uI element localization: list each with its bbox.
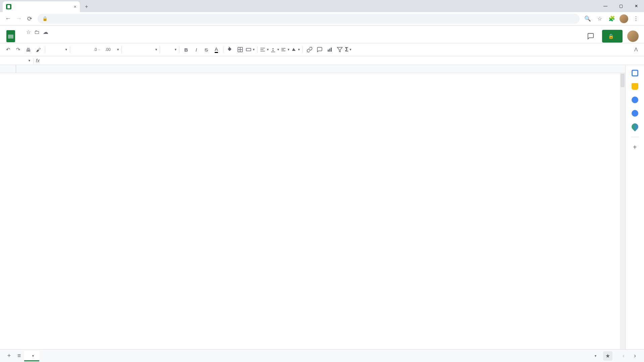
menu-insert[interactable] xyxy=(37,37,42,39)
chart-button[interactable] xyxy=(325,45,334,54)
menu-tools[interactable] xyxy=(53,37,58,39)
merge-dropdown[interactable]: ▼ xyxy=(246,47,255,53)
add-sheet-button[interactable]: + xyxy=(4,351,14,361)
sheet-nav-left[interactable]: ‹ xyxy=(619,351,629,361)
decrease-decimal-button[interactable]: .0 ← xyxy=(92,45,102,54)
spreadsheet-grid[interactable] xyxy=(0,65,625,349)
sheet-nav-right[interactable]: › xyxy=(630,351,640,361)
menu-addons[interactable] xyxy=(58,37,63,39)
formula-bar: ▼ fx xyxy=(0,56,644,65)
calendar-icon[interactable] xyxy=(632,70,638,76)
font-dropdown[interactable]: ▼ xyxy=(124,48,158,51)
toolbar: ↶ ↷ 🖶 🖌 ▼ .0 ← .00 ▼ ▼ ▼ B I S A xyxy=(0,43,644,56)
lock-icon: 🔒 xyxy=(42,16,48,21)
sheet-area: + xyxy=(0,65,644,349)
functions-dropdown[interactable]: Σ ▼ xyxy=(345,47,352,53)
zoom-indicator-icon[interactable]: 🔍 xyxy=(582,13,593,24)
browser-menu-icon[interactable]: ⋮ xyxy=(631,13,641,24)
account-avatar[interactable] xyxy=(627,31,639,42)
menu-view[interactable] xyxy=(32,37,36,39)
currency-button[interactable] xyxy=(72,45,82,54)
back-button[interactable]: ← xyxy=(3,13,13,24)
valign-dropdown[interactable]: ▼ xyxy=(270,47,280,53)
svg-rect-4 xyxy=(328,50,329,52)
move-icon[interactable]: 🗀 xyxy=(34,29,40,35)
column-headers xyxy=(0,65,625,73)
sheet-tab[interactable]: ▼ xyxy=(24,351,39,361)
bold-button[interactable]: B xyxy=(181,45,191,54)
maps-icon[interactable] xyxy=(630,122,639,131)
zoom-dropdown[interactable]: ▼ xyxy=(47,48,68,51)
undo-button[interactable]: ↶ xyxy=(3,45,13,54)
svg-rect-3 xyxy=(246,48,251,51)
url-input[interactable]: 🔒 xyxy=(38,14,580,24)
svg-rect-6 xyxy=(331,48,332,52)
borders-button[interactable] xyxy=(235,45,245,54)
cloud-status-icon[interactable]: ☁ xyxy=(43,29,48,35)
star-icon[interactable]: ☆ xyxy=(26,29,31,35)
halign-dropdown[interactable]: ▼ xyxy=(260,47,269,53)
add-addon-icon[interactable]: + xyxy=(632,144,638,150)
menu-data[interactable] xyxy=(48,37,52,39)
menu-help[interactable] xyxy=(64,37,68,39)
keep-icon[interactable] xyxy=(632,83,638,90)
bookmark-icon[interactable]: ☆ xyxy=(594,13,605,24)
minimize-button[interactable]: — xyxy=(598,0,613,12)
sheets-app: ☆ 🗀 ☁ 🔒 xyxy=(0,25,644,362)
new-tab-button[interactable]: + xyxy=(82,2,91,11)
number-format-dropdown[interactable]: ▼ xyxy=(113,48,119,51)
italic-button[interactable]: I xyxy=(192,45,201,54)
last-edit-text[interactable] xyxy=(72,37,77,39)
address-bar: ← → ⟳ 🔒 🔍 ☆ 🧩 ⋮ xyxy=(0,12,644,25)
strike-button[interactable]: S xyxy=(202,45,211,54)
comments-button[interactable] xyxy=(584,29,597,43)
svg-rect-5 xyxy=(329,49,330,52)
sheet-tab-menu-icon[interactable]: ▼ xyxy=(32,354,35,358)
vertical-scrollbar[interactable] xyxy=(620,73,625,349)
paint-format-button[interactable]: 🖌 xyxy=(34,45,43,54)
select-all-corner[interactable] xyxy=(0,65,16,73)
menu-edit[interactable] xyxy=(26,37,31,39)
name-box[interactable]: ▼ xyxy=(0,59,34,62)
profile-avatar[interactable] xyxy=(619,13,629,24)
explore-button[interactable] xyxy=(603,351,612,361)
fx-label: fx xyxy=(34,58,42,63)
document-title[interactable] xyxy=(19,32,23,33)
text-color-button[interactable]: A xyxy=(212,45,221,54)
menu-bar xyxy=(19,36,584,41)
tasks-icon[interactable] xyxy=(632,97,638,103)
share-button[interactable]: 🔒 xyxy=(602,30,623,43)
sheet-tab-bar: + ≡ ▼ ▼ ‹ › xyxy=(0,349,644,362)
wrap-dropdown[interactable]: ▼ xyxy=(280,47,290,53)
increase-decimal-button[interactable]: .00 xyxy=(103,45,112,54)
menu-file[interactable] xyxy=(21,37,25,39)
reload-button[interactable]: ⟳ xyxy=(24,13,35,24)
close-window-button[interactable]: ✕ xyxy=(629,0,644,12)
link-button[interactable] xyxy=(305,45,314,54)
svg-marker-7 xyxy=(337,47,342,52)
print-button[interactable]: 🖶 xyxy=(23,45,33,54)
sheets-favicon xyxy=(6,4,11,9)
percent-button[interactable] xyxy=(82,45,92,54)
font-size-dropdown[interactable]: ▼ xyxy=(162,48,177,51)
menu-format[interactable] xyxy=(42,37,47,39)
lock-icon: 🔒 xyxy=(608,34,614,39)
browser-tab[interactable]: × xyxy=(3,1,80,12)
extensions-icon[interactable]: 🧩 xyxy=(606,13,617,24)
contacts-icon[interactable] xyxy=(632,110,638,117)
filter-button[interactable] xyxy=(335,45,344,54)
window-controls: — ▢ ✕ xyxy=(598,0,644,12)
collapse-toolbar-button[interactable]: ᐱ xyxy=(631,45,641,54)
side-panel: + xyxy=(625,65,644,349)
sheets-logo[interactable] xyxy=(4,29,17,43)
rotate-dropdown[interactable]: ▼ xyxy=(291,47,301,53)
forward-button[interactable]: → xyxy=(13,13,24,24)
fill-color-button[interactable] xyxy=(225,45,235,54)
browser-tab-strip: × + — ▢ ✕ xyxy=(0,0,644,12)
comment-button[interactable] xyxy=(315,45,324,54)
selection-summary[interactable]: ▼ xyxy=(589,353,600,359)
redo-button[interactable]: ↷ xyxy=(13,45,23,54)
maximize-button[interactable]: ▢ xyxy=(613,0,629,12)
all-sheets-button[interactable]: ≡ xyxy=(14,351,24,361)
close-tab-icon[interactable]: × xyxy=(74,4,76,9)
